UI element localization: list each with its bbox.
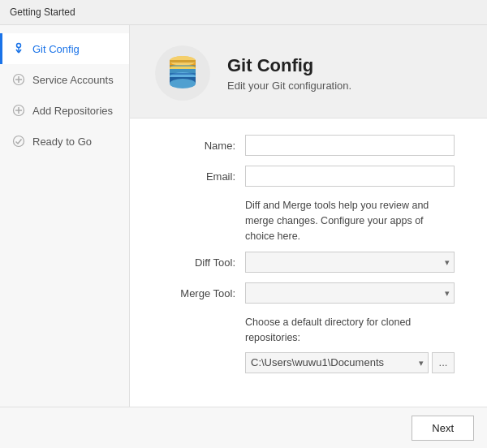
- ready-to-go-icon: [11, 134, 26, 149]
- header-title: Git Config: [227, 55, 351, 76]
- sidebar-item-git-config[interactable]: Git Config: [0, 33, 129, 64]
- next-button[interactable]: Next: [412, 416, 474, 441]
- directory-select-wrapper: C:\Users\wuwu1\Documents: [245, 352, 429, 373]
- content-area: Git Config Service Accounts: [0, 25, 487, 407]
- directory-select[interactable]: C:\Users\wuwu1\Documents: [245, 352, 429, 373]
- email-row: Email:: [162, 166, 455, 187]
- name-input[interactable]: [245, 135, 455, 156]
- title-bar: Getting Started: [0, 0, 487, 25]
- directory-section: Choose a default directory for cloned re…: [245, 315, 455, 373]
- git-config-icon: [11, 41, 26, 56]
- directory-row: C:\Users\wuwu1\Documents ...: [245, 352, 455, 373]
- directory-label: Choose a default directory for cloned re…: [245, 315, 455, 346]
- sidebar-item-ready-to-go[interactable]: Ready to Go: [0, 126, 129, 157]
- merge-tool-select-wrapper: [245, 282, 455, 304]
- merge-tool-select[interactable]: [245, 282, 455, 304]
- diff-tool-select-wrapper: [245, 252, 455, 273]
- svg-point-0: [17, 44, 21, 48]
- form-section: Name: Email: Diff and Merge tools help y…: [130, 118, 487, 407]
- header-section: Git Config Edit your Git configuration.: [130, 25, 487, 118]
- svg-rect-20: [170, 60, 196, 62]
- merge-tool-row: Merge Tool:: [162, 282, 455, 304]
- header-icon: [154, 45, 211, 101]
- footer: Next: [0, 407, 487, 448]
- email-label: Email:: [162, 170, 235, 183]
- main-content: Git Config Edit your Git configuration. …: [130, 25, 487, 407]
- header-text: Git Config Edit your Git configuration.: [227, 55, 351, 92]
- name-row: Name:: [162, 135, 455, 156]
- browse-button[interactable]: ...: [432, 352, 455, 373]
- main-container: Git Config Service Accounts: [0, 25, 487, 448]
- name-label: Name:: [162, 140, 235, 152]
- sidebar-item-add-repositories[interactable]: Add Repositories: [0, 95, 129, 126]
- svg-point-10: [14, 136, 24, 147]
- sidebar-item-service-accounts-label: Service Accounts: [32, 74, 114, 86]
- diff-tool-label: Diff Tool:: [162, 256, 235, 269]
- service-accounts-icon: [11, 72, 26, 87]
- diff-tool-row: Diff Tool:: [162, 252, 455, 273]
- svg-rect-22: [170, 73, 196, 75]
- sidebar-item-add-repositories-label: Add Repositories: [32, 105, 113, 117]
- info-text: Diff and Merge tools help you review and…: [245, 198, 455, 243]
- svg-point-18: [170, 79, 196, 88]
- diff-tool-select[interactable]: [245, 252, 455, 273]
- svg-rect-21: [170, 65, 196, 67]
- sidebar-item-git-config-label: Git Config: [32, 43, 80, 55]
- header-subtitle: Edit your Git configuration.: [227, 80, 351, 92]
- sidebar-item-ready-to-go-label: Ready to Go: [32, 136, 92, 148]
- sidebar: Git Config Service Accounts: [0, 25, 130, 407]
- title-bar-text: Getting Started: [10, 6, 75, 18]
- email-input[interactable]: [245, 166, 455, 187]
- sidebar-item-service-accounts[interactable]: Service Accounts: [0, 64, 129, 95]
- merge-tool-label: Merge Tool:: [162, 287, 235, 299]
- add-repositories-icon: [11, 103, 26, 118]
